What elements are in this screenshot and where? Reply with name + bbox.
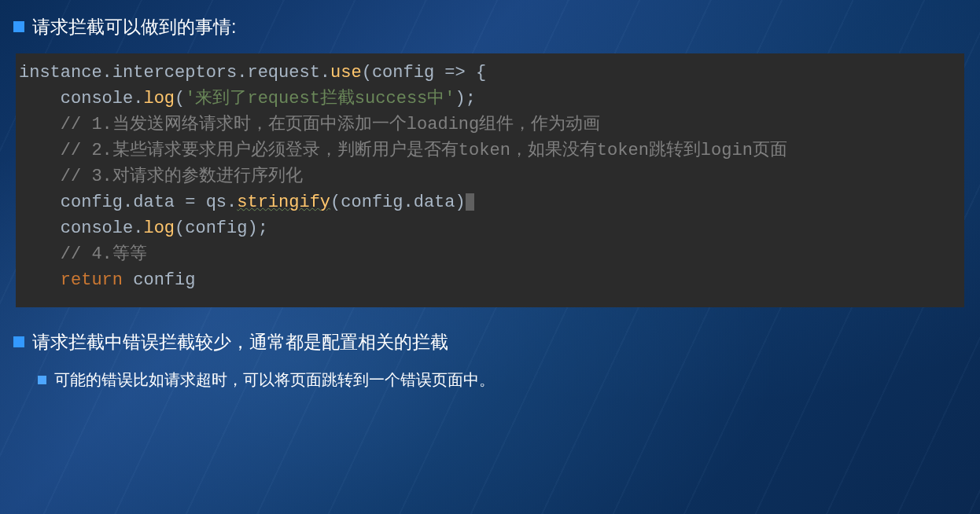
code-l2-b: log xyxy=(143,89,175,108)
code-l8-b: stringify xyxy=(237,193,330,212)
bullet-item-3: 可能的错误比如请求超时，可以将页面跳转到一个错误页面中。 xyxy=(0,369,980,391)
bullet-item-2: 请求拦截中错误拦截较少，通常都是配置相关的拦截 xyxy=(0,329,980,354)
code-l2-a: console. xyxy=(19,89,143,108)
bullet-item-1: 请求拦截可以做到的事情: xyxy=(0,14,980,39)
code-l3: // 1.当发送网络请求时，在页面中添加一个loading组件，作为动画 xyxy=(19,115,600,134)
code-l1-b: use xyxy=(330,63,362,83)
code-l11: // 4.等等 xyxy=(19,244,147,264)
code-l1-c: (config => { xyxy=(362,63,486,83)
code-l8-a: config.data = qs. xyxy=(19,193,237,212)
code-l9-a: console. xyxy=(19,218,143,238)
square-bullet-icon xyxy=(38,376,46,384)
code-l1-a: instance.interceptors.request. xyxy=(19,63,330,83)
code-l5: // 2.某些请求要求用户必须登录，判断用户是否有token，如果没有token… xyxy=(19,141,787,160)
code-l7: // 3.对请求的参数进行序列化 xyxy=(19,167,303,186)
cursor-icon xyxy=(466,193,474,211)
code-l2-d: '来到了request拦截success中' xyxy=(185,89,455,108)
code-l12-c: config xyxy=(123,270,195,290)
bullet-text-3: 可能的错误比如请求超时，可以将页面跳转到一个错误页面中。 xyxy=(54,369,495,391)
code-l12-a xyxy=(19,270,61,290)
bullet-text-1: 请求拦截可以做到的事情: xyxy=(32,14,236,39)
code-block: instance.interceptors.request.use(config… xyxy=(16,53,964,307)
square-bullet-icon xyxy=(13,21,24,32)
code-l8-c: (config.data) xyxy=(330,193,466,212)
code-l2-e: ); xyxy=(455,89,475,108)
code-l2-c: ( xyxy=(175,89,185,108)
code-l12-b: return xyxy=(61,270,123,290)
bullet-text-2: 请求拦截中错误拦截较少，通常都是配置相关的拦截 xyxy=(32,329,448,354)
square-bullet-icon xyxy=(13,336,24,347)
code-l9-c: (config); xyxy=(175,218,268,238)
code-l9-b: log xyxy=(143,218,175,238)
